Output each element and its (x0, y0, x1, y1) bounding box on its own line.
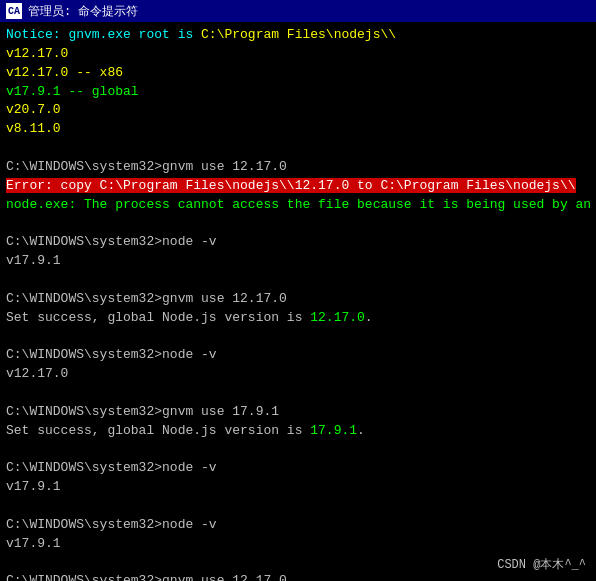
terminal-line (6, 139, 590, 158)
terminal-line: C:\WINDOWS\system32>node -v (6, 459, 590, 478)
terminal-line: Set success, global Node.js version is 1… (6, 422, 590, 441)
terminal-line: Error: copy C:\Program Files\nodejs\\12.… (6, 177, 590, 196)
terminal-line (6, 384, 590, 403)
terminal-line: C:\WINDOWS\system32>node -v (6, 233, 590, 252)
terminal-line: v20.7.0 (6, 101, 590, 120)
terminal-line: v8.11.0 (6, 120, 590, 139)
terminal-line: v12.17.0 (6, 365, 590, 384)
terminal-line: node.exe: The process cannot access the … (6, 196, 590, 215)
terminal-line: v17.9.1 (6, 252, 590, 271)
terminal-line: v17.9.1 (6, 535, 590, 554)
terminal-line: v12.17.0 -- x86 (6, 64, 590, 83)
terminal-line (6, 214, 590, 233)
terminal-line: C:\WINDOWS\system32>gnvm use 12.17.0 (6, 290, 590, 309)
title-label: 管理员: 命令提示符 (28, 3, 138, 20)
terminal: Notice: gnvm.exe root is C:\Program File… (0, 22, 596, 581)
terminal-line: v17.9.1 (6, 478, 590, 497)
brand-label: CSDN @本木^_^ (497, 556, 586, 573)
terminal-line: Set success, global Node.js version is 1… (6, 309, 590, 328)
terminal-line: C:\WINDOWS\system32>node -v (6, 346, 590, 365)
terminal-line (6, 497, 590, 516)
title-icon: CA (6, 3, 22, 19)
title-bar: CA 管理员: 命令提示符 (0, 0, 596, 22)
terminal-line (6, 441, 590, 460)
terminal-line (6, 271, 590, 290)
terminal-line: v12.17.0 (6, 45, 590, 64)
terminal-line: C:\WINDOWS\system32>gnvm use 12.17.0 (6, 158, 590, 177)
terminal-line: v17.9.1 -- global (6, 83, 590, 102)
terminal-line: C:\WINDOWS\system32>gnvm use 12.17.0 (6, 572, 590, 581)
terminal-line: C:\WINDOWS\system32>gnvm use 17.9.1 (6, 403, 590, 422)
terminal-line: C:\WINDOWS\system32>node -v (6, 516, 590, 535)
terminal-line (6, 328, 590, 347)
terminal-line: Notice: gnvm.exe root is C:\Program File… (6, 26, 590, 45)
